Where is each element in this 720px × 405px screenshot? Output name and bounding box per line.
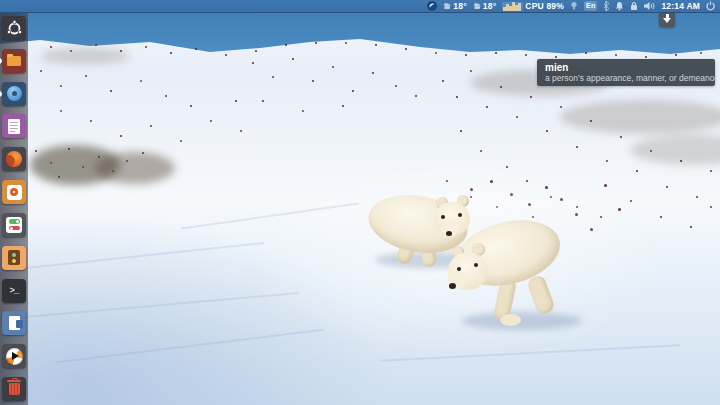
bulb-icon[interactable]	[570, 1, 578, 11]
temperature-1: 18°	[453, 1, 466, 11]
launcher-item-text-editor[interactable]	[0, 113, 28, 139]
weather-indicator-2[interactable]: 18°	[473, 1, 496, 11]
launcher-item-browser[interactable]	[0, 81, 28, 107]
bluetooth-icon[interactable]	[603, 1, 609, 11]
bear-shadow	[462, 312, 582, 330]
media-player-icon	[2, 344, 26, 368]
office-writer-icon	[2, 311, 26, 335]
panel-drop-handle[interactable]	[659, 13, 675, 27]
launcher-sidebar: >_	[0, 13, 28, 405]
thermometer-icon	[473, 2, 481, 11]
cpu-indicator[interactable]: CPU 89%	[502, 1, 564, 11]
terminal-icon: >_	[2, 279, 26, 303]
desktop-screen: 18° 18° CPU 89% En 12:14 AM	[0, 0, 720, 405]
power-icon[interactable]	[706, 1, 715, 11]
software-center-icon	[2, 180, 26, 204]
rocky-patch	[40, 48, 130, 64]
launcher-item-office[interactable]	[0, 310, 28, 336]
bear-eye	[457, 267, 461, 271]
launcher-item-trash[interactable]	[0, 376, 28, 402]
settings-icon	[2, 213, 26, 237]
browser-icon	[2, 82, 26, 106]
top-panel: 18° 18° CPU 89% En 12:14 AM	[0, 0, 720, 13]
files-icon	[2, 49, 26, 73]
firefox-icon	[2, 147, 26, 171]
temperature-2: 18°	[483, 1, 496, 11]
launcher-item-files[interactable]	[0, 48, 28, 74]
speaker-icon[interactable]	[644, 1, 655, 11]
weather-app-icon[interactable]	[427, 1, 437, 11]
text-document-icon	[2, 114, 26, 138]
weather-indicator-1[interactable]: 18°	[443, 1, 466, 11]
music-box-icon	[2, 246, 26, 270]
launcher-item-software-center[interactable]	[0, 179, 28, 205]
cpu-label: CPU 89%	[525, 1, 564, 11]
bear-eye	[474, 263, 478, 267]
tooltip-description: a person's appearance, manner, or demean…	[545, 73, 707, 83]
down-arrow-icon	[663, 18, 671, 23]
bell-icon[interactable]	[615, 1, 624, 11]
trash-icon	[2, 377, 26, 401]
launcher-item-firefox[interactable]	[0, 146, 28, 172]
bear-paw	[500, 314, 521, 326]
tooltip-title: mien	[545, 62, 707, 73]
bear-eye	[458, 213, 462, 217]
thermometer-icon	[443, 2, 451, 11]
launcher-item-media-player[interactable]	[0, 343, 28, 369]
keyboard-indicator[interactable]: En	[584, 1, 597, 11]
launcher-item-terminal[interactable]: >_	[0, 278, 28, 304]
bear-eye	[441, 215, 445, 219]
clock[interactable]: 12:14 AM	[661, 1, 700, 11]
bear-nose	[449, 283, 456, 289]
ubuntu-dash-icon	[2, 16, 26, 40]
lock-icon[interactable]	[630, 1, 638, 11]
launcher-item-music[interactable]	[0, 245, 28, 271]
bush-clump	[95, 152, 175, 184]
word-definition-tooltip: mien a person's appearance, manner, or d…	[537, 59, 715, 86]
launcher-item-settings[interactable]	[0, 212, 28, 238]
launcher-item-dash[interactable]	[0, 15, 28, 41]
cpu-graph	[502, 2, 523, 11]
bear-nose	[446, 231, 452, 236]
rocky-patch	[560, 100, 720, 134]
